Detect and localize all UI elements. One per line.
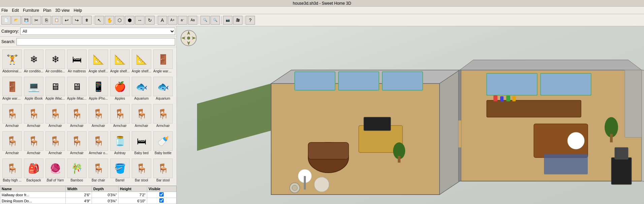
3d-view-area[interactable] bbox=[177, 26, 644, 204]
furniture-item-12[interactable]: 📱Apple iPho... bbox=[88, 76, 108, 102]
svg-rect-43 bbox=[625, 70, 642, 137]
table-row[interactable]: Dining Room Do...4'9"0'3¾"6'10" bbox=[0, 198, 176, 204]
furniture-item-27[interactable]: 🪑Armchair bbox=[66, 130, 87, 157]
furniture-item-0[interactable]: 🏋Abdominal ... bbox=[1, 48, 22, 75]
furniture-item-20[interactable]: 🪑Armchair bbox=[88, 103, 108, 130]
toolbar-button-1[interactable]: 📂 bbox=[11, 16, 21, 25]
svg-rect-25 bbox=[398, 156, 400, 163]
cell-width: 4'9" bbox=[66, 198, 92, 204]
toolbar-button-0[interactable]: 📄 bbox=[1, 16, 11, 25]
col-name: Name bbox=[0, 186, 66, 192]
col-width: Width bbox=[66, 186, 92, 192]
furniture-item-35[interactable]: 🎋Bamboo bbox=[66, 158, 87, 184]
furniture-item-31[interactable]: 🍼Baby bottle bbox=[152, 130, 173, 157]
toolbar-button-17[interactable]: A bbox=[158, 16, 167, 25]
furniture-item-34[interactable]: 🧶Ball of Yarn bbox=[44, 158, 65, 184]
toolbar-button-25[interactable]: 📷 bbox=[223, 16, 232, 25]
toolbar-button-7[interactable]: ↪ bbox=[72, 16, 82, 25]
furniture-label-21: Armchair bbox=[110, 124, 130, 128]
furniture-item-3[interactable]: 🛏Air mattress bbox=[66, 48, 87, 75]
menu-item-3d-view[interactable]: 3D view bbox=[55, 8, 70, 13]
toolbar-button-22[interactable]: 🔍 bbox=[200, 16, 210, 25]
furniture-label-18: Armchair bbox=[45, 124, 65, 128]
furniture-item-1[interactable]: ❄Air conditio... bbox=[23, 48, 44, 75]
svg-rect-21 bbox=[308, 142, 349, 159]
furniture-item-26[interactable]: 🪑Armchair bbox=[44, 130, 65, 157]
menu-item-furniture[interactable]: Furniture bbox=[23, 8, 39, 13]
toolbar-separator bbox=[156, 16, 156, 24]
toolbar-button-12[interactable]: ⬡ bbox=[115, 16, 124, 25]
furniture-item-36[interactable]: 🪑Bar chair bbox=[88, 158, 108, 184]
svg-rect-27 bbox=[304, 176, 306, 190]
furniture-item-11[interactable]: 🖥Apple iMac... bbox=[66, 76, 87, 102]
furniture-item-13[interactable]: 🍎Apples bbox=[109, 76, 130, 102]
furniture-item-7[interactable]: 🚪Angle ward... bbox=[152, 48, 173, 75]
title-bar: house3d.sh3d - Sweet Home 3D bbox=[0, 0, 644, 7]
toolbar-button-4[interactable]: ⎘ bbox=[42, 16, 51, 25]
toolbar-button-13[interactable]: ⬢ bbox=[125, 16, 134, 25]
furniture-item-10[interactable]: 🖥Apple iMac... bbox=[44, 76, 65, 102]
search-row: Search: bbox=[0, 37, 176, 47]
furniture-label-4: Angle shelf... bbox=[89, 69, 108, 73]
toolbar-button-3[interactable]: ✂ bbox=[32, 16, 41, 25]
menu-item-plan[interactable]: Plan bbox=[43, 8, 51, 13]
furniture-item-28[interactable]: 🪑Armchair o... bbox=[88, 130, 108, 157]
category-select[interactable]: All bbox=[20, 28, 175, 35]
furniture-item-32[interactable]: 🪑Baby high ... bbox=[1, 158, 22, 184]
toolbar-button-10[interactable]: ↖ bbox=[95, 16, 104, 25]
svg-rect-32 bbox=[500, 96, 504, 101]
toolbar-button-2[interactable]: 💾 bbox=[22, 16, 31, 25]
furniture-item-8[interactable]: 🚪Angle ward... bbox=[1, 76, 22, 102]
menu-item-file[interactable]: File bbox=[1, 8, 8, 13]
furniture-item-25[interactable]: 🪑Armchair bbox=[23, 130, 44, 157]
toolbar-button-15[interactable]: ↻ bbox=[145, 16, 155, 25]
furniture-item-37[interactable]: 🪣Barrel bbox=[109, 158, 130, 184]
toolbar-button-26[interactable]: 🎥 bbox=[233, 16, 243, 25]
furniture-item-18[interactable]: 🪑Armchair bbox=[44, 103, 65, 130]
cell-visible[interactable] bbox=[147, 198, 176, 204]
furniture-item-39[interactable]: 🪑Bar stool bbox=[152, 158, 173, 184]
furniture-label-27: Armchair bbox=[67, 151, 87, 155]
toolbar-button-5[interactable]: 📋 bbox=[52, 16, 61, 25]
menu-item-edit[interactable]: Edit bbox=[12, 8, 19, 13]
toolbar-button-8[interactable]: 🗑 bbox=[82, 16, 92, 25]
furniture-item-2[interactable]: ❄Air conditio... bbox=[44, 48, 65, 75]
compass-widget[interactable] bbox=[180, 30, 197, 46]
svg-point-37 bbox=[568, 132, 584, 149]
compass-svg bbox=[180, 30, 197, 46]
furniture-label-26: Armchair bbox=[45, 151, 65, 155]
toolbar-button-28[interactable]: ? bbox=[246, 16, 255, 25]
furniture-label-3: Air mattress bbox=[67, 69, 87, 73]
toolbar-button-6[interactable]: ↩ bbox=[62, 16, 71, 25]
toolbar-button-14[interactable]: ↔ bbox=[135, 16, 144, 25]
furniture-item-19[interactable]: 🪑Armchair bbox=[66, 103, 87, 130]
furniture-item-29[interactable]: 🫙Ashtray bbox=[109, 130, 130, 157]
furniture-item-30[interactable]: 🛏Baby bed bbox=[131, 130, 152, 157]
table-row[interactable]: Hallway door fr...2'6"0'3¾"7'2" bbox=[0, 192, 176, 198]
furniture-item-6[interactable]: 📐Angle shelf... bbox=[131, 48, 152, 75]
furniture-item-15[interactable]: 🐟Aquarium bbox=[152, 76, 173, 102]
toolbar-button-23[interactable]: 🔍 bbox=[211, 16, 220, 25]
furniture-item-23[interactable]: 🪑Armchair bbox=[152, 103, 173, 130]
furniture-item-4[interactable]: 📐Angle shelf... bbox=[88, 48, 108, 75]
col-height: Height bbox=[118, 186, 147, 192]
furniture-item-17[interactable]: 🪑Armchair bbox=[23, 103, 44, 130]
furniture-item-38[interactable]: 🪑Bar stool bbox=[131, 158, 152, 184]
toolbar-button-11[interactable]: ✋ bbox=[105, 16, 114, 25]
menu-item-help[interactable]: Help bbox=[74, 8, 82, 13]
furniture-item-24[interactable]: 🪑Armchair bbox=[1, 130, 22, 157]
furniture-item-33[interactable]: 🎒Backpack bbox=[23, 158, 44, 184]
toolbar-button-18[interactable]: A+ bbox=[168, 16, 177, 25]
visibility-checkbox[interactable] bbox=[159, 198, 164, 203]
furniture-item-21[interactable]: 🪑Armchair bbox=[109, 103, 130, 130]
furniture-item-9[interactable]: 💻Apple iBook bbox=[23, 76, 44, 102]
cell-visible[interactable] bbox=[147, 192, 176, 198]
furniture-item-14[interactable]: 🐟Aquarium bbox=[131, 76, 152, 102]
toolbar-button-19[interactable]: a⁻ bbox=[178, 16, 187, 25]
furniture-item-16[interactable]: 🪑Armchair bbox=[1, 103, 22, 130]
toolbar-button-20[interactable]: Aa bbox=[188, 16, 197, 25]
furniture-item-5[interactable]: 📐Angle shelf... bbox=[109, 48, 130, 75]
furniture-item-22[interactable]: 🪑Armchair bbox=[131, 103, 152, 130]
visibility-checkbox[interactable] bbox=[159, 192, 164, 197]
search-input[interactable] bbox=[17, 38, 175, 45]
